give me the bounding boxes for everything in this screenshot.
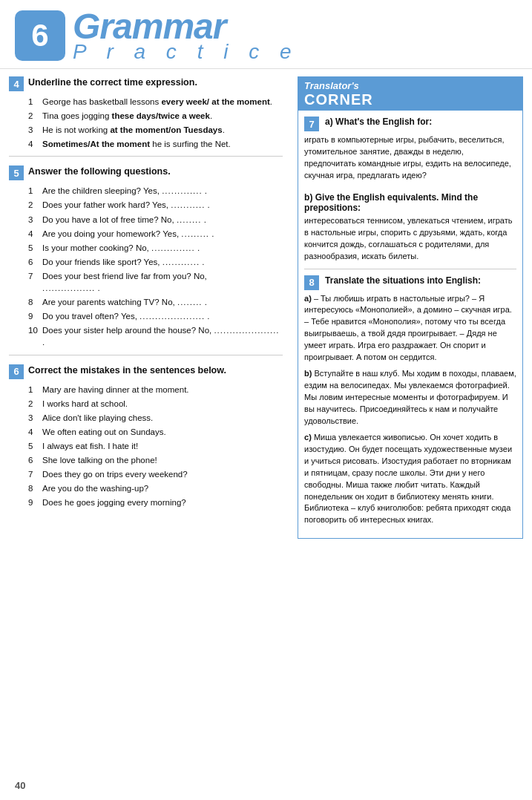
left-column: 4 Underline the correct time expression.… — [9, 76, 293, 539]
list-item: 9 Do you travel often? Yes, ............… — [28, 310, 283, 322]
tc-text-7b: интересоваться теннисом, увлекаться чтен… — [304, 215, 516, 263]
tc-section7-num: 7 — [304, 117, 319, 131]
section5-header: 5 Answer the following questions. — [9, 165, 283, 180]
tc-section8-title: Translate the situations into English: — [325, 275, 481, 286]
list-item: 6 She love talking on the phone! — [28, 454, 283, 466]
section4-header: 4 Underline the correct time expression. — [9, 76, 283, 91]
list-item: 4 Are you doing your homework? Yes, ....… — [28, 228, 283, 240]
translate-item-b: b) Вступайте в наш клуб. Мы ходим в похо… — [304, 368, 516, 427]
page-header: 6 Grammar P r a c t i c e — [0, 0, 532, 69]
tc-question-7a: a) What's the English for: — [325, 117, 432, 127]
list-item: 10 Does your sister help around the hous… — [28, 324, 283, 348]
page-number: 40 — [15, 780, 25, 791]
list-item: 8 Are your parents watching TV? No, ....… — [28, 296, 283, 308]
tc-body: 7 a) What's the English for: играть в ко… — [298, 111, 522, 538]
section6-title: Correct the mistakes in the sentences be… — [28, 364, 226, 378]
section4-list: 1 George has basketball lessons every we… — [28, 96, 283, 150]
title-practice: P r a c t i c e — [73, 42, 299, 62]
section6-header: 6 Correct the mistakes in the sentences … — [9, 364, 283, 379]
main-content: 4 Underline the correct time expression.… — [0, 69, 532, 546]
section6-number: 6 — [9, 364, 24, 379]
list-item: 1 Mary are having dinner at the moment. — [28, 384, 283, 396]
page-title-block: Grammar P r a c t i c e — [73, 9, 299, 62]
section4-title: Underline the correct time expression. — [28, 76, 197, 90]
section5-title: Answer the following questions. — [28, 165, 171, 179]
list-item: 2 Tina goes jogging these days/twice a w… — [28, 110, 283, 122]
list-item: 3 Alice don't like playing chess. — [28, 412, 283, 424]
list-item: 7 Does your best friend live far from yo… — [28, 270, 283, 294]
list-item: 5 I always eat fish. I hate it! — [28, 440, 283, 452]
tc-question-7b: b) Give the English equivalents. Mind th… — [304, 192, 516, 213]
title-grammar: Grammar — [73, 9, 299, 45]
section4-number: 4 — [9, 76, 24, 91]
list-item: 1 George has basketball lessons every we… — [28, 96, 283, 108]
list-item: 9 Does he goes jogging every morning? — [28, 496, 283, 508]
list-item: 1 Are the children sleeping? Yes, ......… — [28, 185, 283, 197]
list-item: 8 Are you do the washing-up? — [28, 482, 283, 494]
section5-list: 1 Are the children sleeping? Yes, ......… — [28, 185, 283, 348]
translate-item-a: a) – Ты любишь играть в настольные игры?… — [304, 293, 516, 364]
list-item: 2 I works hard at school. — [28, 398, 283, 410]
list-item: 2 Does your father work hard? Yes, .....… — [28, 199, 283, 211]
tc-section8-num: 8 — [304, 275, 319, 290]
tc-title: Translator's — [304, 80, 516, 91]
list-item: 4 We often eating out on Sundays. — [28, 426, 283, 438]
list-item: 5 Is your mother cooking? No, ..........… — [28, 242, 283, 254]
tc-subtitle: CORNER — [304, 91, 516, 108]
tc-section8: 8 Translate the situations into English:… — [304, 275, 516, 527]
chapter-number: 6 — [15, 10, 65, 61]
list-item: 3 Do you have a lot of free time? No, ..… — [28, 214, 283, 226]
tc-text-7a: играть в компьютерные игры, рыбачить, ве… — [304, 134, 516, 182]
list-item: 3 He is not working at the moment/on Tue… — [28, 124, 283, 136]
section5-number: 5 — [9, 165, 24, 180]
list-item: 4 Sometimes/At the moment he is surfing … — [28, 138, 283, 150]
tc-section7: 7 a) What's the English for: играть в ко… — [304, 117, 516, 263]
section6-list: 1 Mary are having dinner at the moment. … — [28, 384, 283, 509]
translate-item-c: c) Миша увлекается живописью. Он хочет х… — [304, 432, 516, 527]
list-item: 7 Does they go on trips every weekend? — [28, 468, 283, 480]
translators-corner: Translator's CORNER 7 a) What's the Engl… — [298, 76, 523, 539]
tc-header: Translator's CORNER — [298, 77, 522, 111]
list-item: 6 Do your friends like sport? Yes, .....… — [28, 256, 283, 268]
